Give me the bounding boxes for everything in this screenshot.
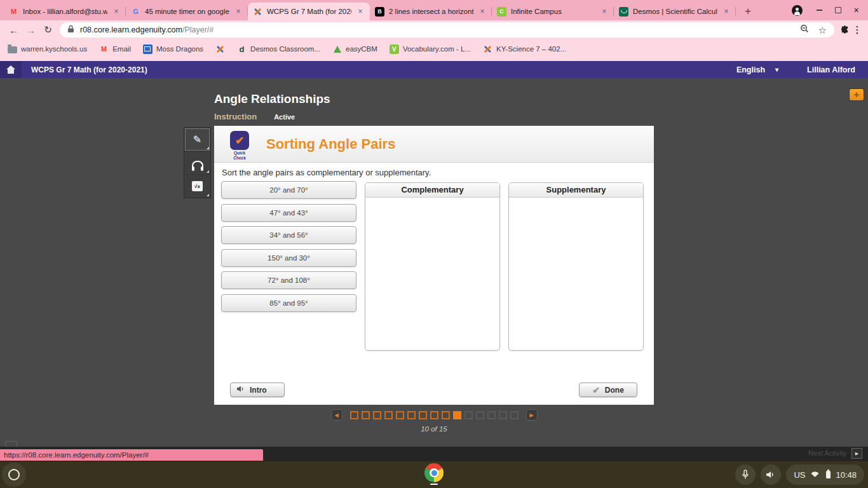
bookmarks-bar: warren.kyschools.usEmailMoss DragonsDesm… <box>0 39 868 61</box>
edgenuity-icon <box>483 44 492 54</box>
pager-square[interactable] <box>430 411 438 419</box>
pager-square[interactable] <box>510 411 519 419</box>
forward-button[interactable]: → <box>22 25 39 36</box>
close-button[interactable]: × <box>847 0 865 20</box>
bin-drop-area[interactable] <box>365 198 499 350</box>
mic-button[interactable] <box>735 464 756 485</box>
bookmark-item[interactable]: easyCBM <box>332 44 377 54</box>
bookmark-item[interactable]: Moss Dragons <box>143 44 203 54</box>
bookmark-item[interactable]: Vocabulary.com - L... <box>390 44 471 54</box>
angle-pair-button[interactable]: 34° and 56° <box>221 226 356 244</box>
pager-square[interactable] <box>373 411 381 419</box>
read-aloud-tool-button[interactable] <box>184 151 210 175</box>
pager-square[interactable] <box>487 411 496 419</box>
zoom-page-icon[interactable] <box>800 24 809 36</box>
edgenuity-icon <box>215 44 225 54</box>
pager-square[interactable] <box>453 411 461 419</box>
bookmark-star-icon[interactable]: ☆ <box>818 25 827 35</box>
pager-next-button[interactable]: ▶ <box>526 409 538 421</box>
extensions-icon[interactable] <box>837 24 851 36</box>
language-selector[interactable]: English ▾ <box>736 65 778 74</box>
tab-instruction[interactable]: Instruction <box>214 112 257 121</box>
done-button[interactable]: ✔ Done <box>579 383 637 397</box>
browser-tab[interactable]: Infinite Campus× <box>492 3 614 20</box>
bookmark-label: Email <box>112 45 131 53</box>
chrome-icon[interactable] <box>424 463 444 482</box>
url-text: r08.core.learn.edgenuity.com/Player/# <box>80 25 214 34</box>
bookmark-item[interactable]: warren.kyschools.us <box>8 44 87 53</box>
pager-prev-button[interactable]: ◀ <box>331 409 342 421</box>
restore-icon <box>835 7 841 13</box>
home-button[interactable] <box>0 61 22 78</box>
tab-close-icon[interactable]: × <box>722 7 731 16</box>
check-icon: ✔ <box>592 385 600 395</box>
bookmark-label: easyCBM <box>346 45 377 53</box>
restore-button[interactable] <box>829 0 847 20</box>
tab-title: WCPS Gr 7 Math (for 2020-2 <box>267 8 351 15</box>
back-button[interactable]: ← <box>5 25 22 36</box>
new-tab-button[interactable]: + <box>740 3 756 20</box>
pager-square[interactable] <box>419 411 427 419</box>
easycbm-icon <box>332 44 342 54</box>
browser-tab[interactable]: Inbox - lillian.alford@stu.wa× <box>4 3 126 20</box>
pager-square[interactable] <box>396 411 404 419</box>
browser-tab[interactable]: WCPS Gr 7 Math (for 2020-2× <box>248 3 370 20</box>
browser-tab[interactable]: 2 lines intersect a horizonta× <box>370 3 492 20</box>
pager-square[interactable] <box>384 411 393 419</box>
tab-close-icon[interactable]: × <box>600 7 609 16</box>
intro-button[interactable]: Intro <box>230 383 285 397</box>
calculator-tool-button[interactable]: √x <box>184 175 210 198</box>
clock: 10:48 <box>836 470 857 480</box>
launcher-button[interactable] <box>2 463 26 487</box>
desmos-d-icon <box>237 44 247 54</box>
active-app-indicator <box>430 484 438 485</box>
intro-label: Intro <box>250 386 267 395</box>
tab-close-icon[interactable]: × <box>356 7 365 16</box>
pager-square[interactable] <box>362 411 370 419</box>
angle-pair-button[interactable]: 20° and 70° <box>221 181 356 199</box>
tab-close-icon[interactable]: × <box>112 7 121 16</box>
tab-active[interactable]: Active <box>274 113 295 121</box>
highlighter-tool-button[interactable]: ✎ <box>184 128 210 151</box>
pager-square[interactable] <box>350 411 358 419</box>
status-tray[interactable]: US 10:48 <box>786 464 864 485</box>
chrome-shortcut[interactable] <box>423 463 445 485</box>
pager-square[interactable] <box>499 411 507 419</box>
angle-pair-button[interactable]: 150° and 30° <box>221 249 356 267</box>
bookmark-item[interactable]: Desmos Classroom... <box>237 44 320 54</box>
sort-bin[interactable]: Supplementary <box>508 182 644 351</box>
volume-button[interactable] <box>761 464 781 485</box>
address-bar[interactable]: r08.core.learn.edgenuity.com/Player/# ☆ <box>60 22 834 37</box>
enotes-button[interactable]: + <box>850 89 864 100</box>
pager-caption: 10 of 15 <box>0 425 868 433</box>
lesson-tabs: Instruction Active <box>214 112 295 121</box>
next-activity-button[interactable]: ▶ <box>851 448 862 459</box>
user-name[interactable]: Lillian Alford <box>807 65 855 74</box>
sort-bin[interactable]: Complementary <box>365 182 500 351</box>
bookmark-item[interactable]: Email <box>99 44 131 54</box>
bookmark-label: Moss Dragons <box>156 45 203 53</box>
bookmark-item[interactable] <box>215 44 225 54</box>
browser-tab[interactable]: 45 minute timer on google -× <box>126 3 248 20</box>
player-main: + Angle Relationships Instruction Active… <box>0 78 868 447</box>
pager-square[interactable] <box>476 411 484 419</box>
angle-pair-button[interactable]: 47° and 43° <box>221 204 356 222</box>
pager-square[interactable] <box>407 411 416 419</box>
browser-menu-icon[interactable]: ⋮ <box>851 24 863 36</box>
profile-avatar[interactable] <box>792 5 803 16</box>
course-title: WCPS Gr 7 Math (for 2020-2021) <box>31 65 147 74</box>
minimize-button[interactable] <box>810 0 829 20</box>
bookmark-item[interactable]: KY-Science 7 – 402... <box>483 44 566 54</box>
pager-square[interactable] <box>442 411 450 419</box>
google-icon <box>131 7 140 17</box>
tab-close-icon[interactable]: × <box>234 7 243 16</box>
angle-pair-button[interactable]: 72° and 108° <box>221 271 356 289</box>
tab-close-icon[interactable]: × <box>478 7 487 16</box>
angle-pair-button[interactable]: 85° and 95° <box>221 294 356 312</box>
launcher-icon <box>8 469 20 480</box>
bin-drop-area[interactable] <box>509 198 643 350</box>
browser-tab[interactable]: Desmos | Scientific Calculat× <box>614 3 736 20</box>
tab-title: Desmos | Scientific Calculat <box>633 8 717 15</box>
pager-square[interactable] <box>465 411 473 419</box>
reload-button[interactable]: ↻ <box>39 24 57 36</box>
